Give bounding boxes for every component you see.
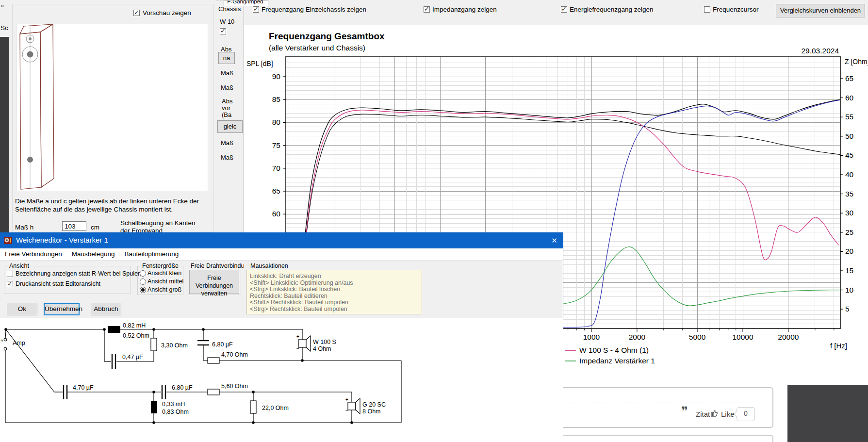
toolbar-checkbox-label-1: Impedanzgang zeigen: [432, 6, 497, 13]
wire: [6, 329, 54, 392]
speaker-W100S[interactable]: [298, 340, 306, 347]
collapse-chevron-icon[interactable]: »: [0, 2, 4, 9]
l1-resistance-label: 0,52 Ohm: [123, 332, 149, 339]
svg-text:Z [Ohm]: Z [Ohm]: [845, 58, 868, 65]
tab-F-Gang/Imped.[interactable]: F-Gang/Imped.: [224, 0, 268, 6]
menu-Bauteiloptimierung[interactable]: Bauteiloptimierung: [119, 248, 183, 258]
crossover-circuit-canvas[interactable]: +−Amp0,82 mH0,52 Ohm3,30 Ohm0,47 µF6,80 …: [0, 318, 563, 442]
fenstergroesse-radio-label-0: Ansicht klein: [147, 270, 181, 277]
junction-dot: [301, 359, 304, 362]
svg-text:60: 60: [272, 210, 281, 218]
chassis-fragment: vor: [222, 104, 230, 112]
fenstergroesse-radio-2[interactable]: [140, 287, 146, 293]
like-count-badge: 0: [737, 407, 755, 421]
menu-Mausbelegung[interactable]: Mausbelegung: [67, 248, 120, 258]
toolbar-checkbox-1[interactable]: [424, 6, 430, 13]
svg-text:80: 80: [272, 118, 281, 126]
c1-value-label: 0,47 µF: [122, 354, 143, 360]
box-preview-area: [16, 24, 208, 191]
close-icon[interactable]: ✕: [545, 232, 563, 248]
toolbar-checkbox-2[interactable]: [561, 6, 567, 13]
c3-value-label: 4,70 µF: [73, 384, 94, 391]
svg-text:2000: 2000: [629, 333, 646, 341]
fenstergroesse-radio-label-1: Ansicht mittel: [147, 278, 183, 285]
svg-text:29.03.2024: 29.03.2024: [801, 47, 839, 55]
mass-h-unit: cm: [91, 224, 99, 231]
forum-separator: [568, 403, 752, 403]
chassis-fragment: Maß: [221, 139, 233, 147]
mass-h-label: Maß h: [15, 224, 33, 231]
resistor-R1[interactable]: [151, 338, 157, 351]
mausaktionen-label: Mausaktionen: [249, 262, 290, 269]
amp-terminal-plus[interactable]: [4, 338, 7, 341]
freie-verbindungen-verwalten-button[interactable]: Freie Verbindungen verwalten: [189, 270, 239, 294]
mausaktionen-infobox: Linksklick: Draht erzeugen<Shift> Linksk…: [246, 270, 422, 314]
toolbar-checkbox-0[interactable]: [253, 6, 259, 13]
mass-h-input[interactable]: [62, 221, 86, 231]
amp-terminal-minus[interactable]: [4, 347, 7, 350]
resistor-R3[interactable]: [208, 389, 219, 395]
wire: [5, 330, 6, 339]
svg-text:20000: 20000: [778, 333, 799, 341]
junction-dot: [152, 421, 155, 424]
thumbs-up-icon[interactable]: [710, 409, 719, 417]
mausaktion-line-5: <Strg> Rechtsklick: Bauteil umpolen: [250, 306, 347, 312]
l1-value-label: 0,82 mH: [123, 322, 146, 329]
editor-title-bar[interactable]: Weicheneditor - Verstärker 1 ✕: [0, 232, 563, 248]
junction-dot: [252, 391, 255, 393]
svg-text:45: 45: [845, 151, 853, 159]
ok-button[interactable]: Ok: [7, 303, 37, 315]
übernehmen-button[interactable]: Übernehmen: [44, 303, 80, 315]
compare-curves-button[interactable]: Vergleichskurven einblenden: [776, 4, 865, 17]
amp-plus-label: +: [0, 338, 3, 344]
left-dark-bar: [0, 37, 9, 232]
chassis-fragment-button[interactable]: na: [218, 52, 235, 64]
quote-button[interactable]: Zitat: [696, 410, 710, 418]
svg-text:5: 5: [845, 305, 850, 313]
toolbar-checkbox-3[interactable]: [704, 6, 710, 13]
editor-window-title: Weicheneditor - Verstärker 1: [16, 236, 108, 244]
abbruch-button[interactable]: Abbruch: [91, 303, 121, 315]
junction-dot: [202, 328, 205, 331]
menu-Freie Verbindungen[interactable]: Freie Verbindungen: [0, 248, 67, 258]
c2-value-label: 6,80 µF: [212, 341, 233, 348]
fenstergroesse-groupbox-label: Fenstergröße: [141, 262, 180, 269]
vorschau-label: Vorschau zeigen: [143, 9, 191, 16]
speaker2-impedance-label: 8 Ohm: [362, 408, 381, 415]
speaker-W100S-horn: [306, 336, 311, 351]
vorschau-checkbox[interactable]: [133, 10, 140, 16]
left-strip-label: Sc: [0, 24, 8, 32]
speaker-wireframe: [18, 24, 76, 191]
svg-text:35: 35: [845, 190, 853, 198]
chassis-fragment: Maß: [221, 69, 233, 77]
l2-value-label: 0,33 mH: [162, 401, 185, 408]
curve-Impedanz Verstärker 1: [558, 247, 840, 306]
curve-G 20 SC - 8 Ohm: [558, 100, 840, 327]
inductor-L2[interactable]: [151, 401, 157, 413]
quote-icon: ❞: [681, 404, 688, 418]
svg-text:W 100 S - 4 Ohm (1): W 100 S - 4 Ohm (1): [579, 346, 649, 354]
screen: ❞ Zitat Like 0 » Sc Vorschau zeigen: [0, 0, 868, 442]
fenstergroesse-radio-1[interactable]: [140, 278, 146, 285]
resistor-R4[interactable]: [250, 401, 256, 413]
speaker-G20SC[interactable]: [348, 402, 356, 410]
ansicht-checkbox-0[interactable]: [7, 271, 13, 277]
fenstergroesse-radio-0[interactable]: [140, 270, 146, 277]
resistor-R2[interactable]: [208, 358, 219, 363]
junction-dot: [152, 328, 155, 331]
junction-dot: [152, 391, 155, 393]
r3-value-label: 5,60 Ohm: [221, 383, 248, 390]
forum-post-card-next: [547, 435, 773, 442]
chassis-checkbox[interactable]: [220, 28, 226, 34]
r4-value-label: 22,0 Ohm: [262, 405, 289, 411]
chassis-fragment: W 10: [220, 18, 234, 25]
ansicht-checkbox-label-0: Bezeichnung anzeigen statt R-Wert bei Sp…: [16, 270, 141, 277]
ansicht-checkbox-1[interactable]: [7, 281, 13, 287]
like-button[interactable]: Like: [721, 410, 735, 418]
svg-text:55: 55: [845, 113, 853, 121]
inductor-L1[interactable]: [108, 326, 120, 333]
chassis-fragment: Maß: [221, 84, 233, 91]
svg-text:20: 20: [845, 247, 854, 255]
mausaktion-line-2: <Strg> Linksklick: Bauteil löschen: [250, 286, 340, 293]
chassis-fragment-button[interactable]: gleic: [217, 120, 243, 133]
